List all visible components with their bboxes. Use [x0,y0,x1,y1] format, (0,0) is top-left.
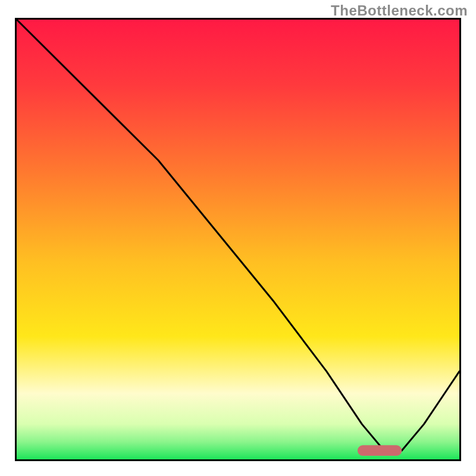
bottleneck-curve-line [17,20,459,450]
chart-overlay [17,20,459,459]
chart-plot-area [15,18,461,461]
optimal-range-marker [360,447,400,453]
watermark-text: TheBottleneck.com [331,2,468,19]
chart-frame: TheBottleneck.com [0,0,476,476]
